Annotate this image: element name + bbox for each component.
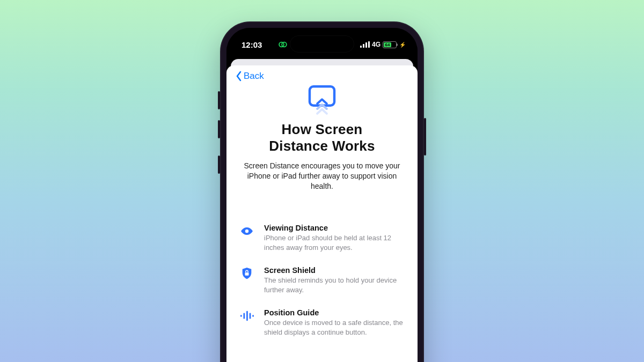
svg-rect-12 bbox=[250, 313, 251, 319]
feature-desc: iPhone or iPad should be held at least 1… bbox=[264, 233, 405, 252]
charging-icon: ⚡ bbox=[399, 42, 406, 48]
feature-title: Viewing Distance bbox=[264, 224, 405, 232]
feature-screen-shield: Screen Shield The shield reminds you to … bbox=[239, 266, 405, 294]
back-button[interactable]: Back bbox=[235, 71, 406, 82]
battery-icon: 64 bbox=[383, 41, 397, 48]
hero-section: How Screen Distance Works Screen Distanc… bbox=[238, 84, 406, 191]
feature-position-guide: Position Guide Once device is moved to a… bbox=[239, 308, 405, 337]
svg-point-7 bbox=[245, 230, 248, 233]
feature-desc: Once device is moved to a safe distance,… bbox=[264, 318, 405, 337]
cellular-signal-icon bbox=[360, 41, 370, 48]
svg-rect-4 bbox=[365, 42, 367, 48]
eye-icon bbox=[239, 224, 254, 238]
dynamic-island bbox=[290, 35, 354, 53]
feature-desc: The shield reminds you to hold your devi… bbox=[264, 276, 405, 294]
feature-list: Viewing Distance iPhone or iPad should b… bbox=[238, 224, 406, 358]
svg-rect-11 bbox=[246, 311, 248, 321]
chevron-left-icon bbox=[235, 71, 243, 82]
feature-title: Position Guide bbox=[264, 308, 405, 317]
back-label: Back bbox=[244, 71, 264, 82]
svg-rect-3 bbox=[363, 44, 364, 48]
battery-level: 64 bbox=[384, 42, 391, 47]
network-label: 4G bbox=[372, 41, 380, 48]
hotspot-indicator-icon bbox=[274, 35, 292, 54]
screen-distance-hero-icon bbox=[303, 84, 341, 117]
svg-rect-5 bbox=[368, 41, 370, 48]
phone-frame: 12:03 4G 64 ⚡ bbox=[220, 21, 424, 362]
page-title: How Screen Distance Works bbox=[269, 121, 375, 154]
waveform-icon bbox=[239, 308, 254, 322]
svg-rect-6 bbox=[310, 86, 334, 105]
shield-lock-icon bbox=[239, 266, 254, 280]
svg-rect-2 bbox=[360, 46, 362, 48]
feature-title: Screen Shield bbox=[264, 266, 405, 275]
phone-screen: 12:03 4G 64 ⚡ bbox=[226, 28, 418, 362]
modal-sheet: Back How Screen Distance Works Screen Di… bbox=[226, 65, 418, 362]
svg-rect-9 bbox=[240, 315, 242, 317]
svg-rect-13 bbox=[252, 315, 254, 317]
feature-viewing-distance: Viewing Distance iPhone or iPad should b… bbox=[239, 224, 405, 252]
svg-rect-10 bbox=[244, 313, 245, 319]
svg-rect-8 bbox=[245, 272, 248, 276]
page-description: Screen Distance encourages you to move y… bbox=[238, 161, 406, 191]
